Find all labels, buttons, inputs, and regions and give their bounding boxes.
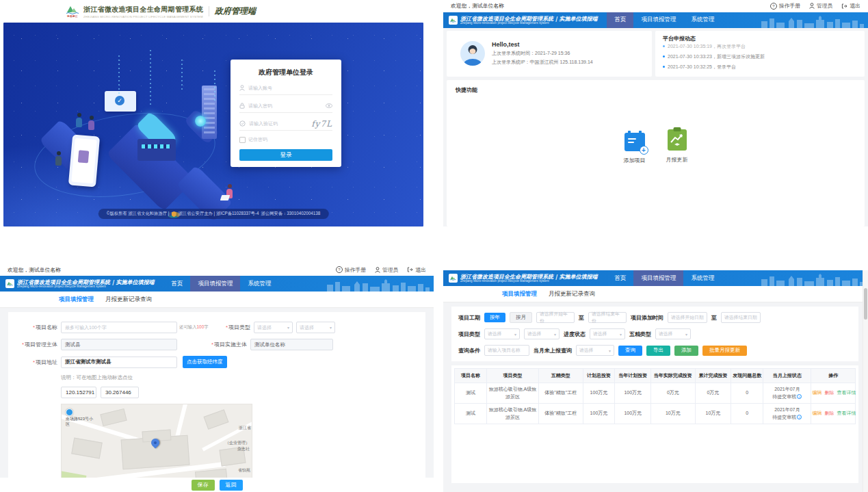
table-row: 测试 旅游核心吸引物,A级旅游景区 体验"精致"工程 100万元 100万元 1… xyxy=(455,404,856,424)
subtype-select[interactable]: 请选择 xyxy=(524,328,560,339)
logout-icon xyxy=(407,267,413,272)
help-circle-icon xyxy=(770,3,777,10)
user-card: Hello,test 上次登录系统时间：2021-7-29 15:36 上次登录… xyxy=(447,31,652,77)
batch-monthly-update-button[interactable]: 批量月报更新 xyxy=(702,346,747,356)
view-detail-link[interactable]: 查看详情 xyxy=(837,411,856,415)
project-table-card: 项目名称 项目类型 五精类型 计划总投资 当年计划投资 当年实际完成投资 累计完… xyxy=(451,365,858,483)
checkbox-icon[interactable] xyxy=(239,137,246,143)
captcha-placeholder: 请输入验证码 xyxy=(249,120,308,127)
vertical-scrollbar[interactable] xyxy=(863,270,868,492)
end-date-input[interactable]: 请选择结束日期 xyxy=(721,312,761,323)
five-type-label: 五精类型 xyxy=(629,331,651,338)
nav-tab-project-filing[interactable]: 项目填报管理 xyxy=(633,270,683,286)
project-name-query-input[interactable]: 请输入项目名称 xyxy=(484,345,529,356)
back-button[interactable]: 返回 xyxy=(220,480,243,491)
main-nav: 浙江省微改造项目全生命周期管理系统 | 实施单位填报端 Zhejiang Mic… xyxy=(443,270,868,286)
longitude-input[interactable]: 120.152791 xyxy=(61,387,96,398)
captcha-code-image[interactable]: fy7L xyxy=(311,119,332,129)
eye-icon[interactable] xyxy=(326,103,332,108)
nav-tab-home[interactable]: 首页 xyxy=(607,270,633,286)
export-button[interactable]: 导出 xyxy=(646,346,670,356)
login-button[interactable]: 登录 xyxy=(239,149,332,161)
help-circle-icon xyxy=(336,266,343,273)
type-select[interactable]: 请选择 xyxy=(484,328,520,339)
notice-item[interactable]: 2021-07-30 10:33:23，新增三项游乐设施更新 xyxy=(663,53,857,60)
manual-link[interactable]: 操作手册 xyxy=(770,2,800,10)
project-table: 项目名称 项目类型 五精类型 计划总投资 当年计划投资 当年实际完成投资 累计完… xyxy=(454,368,856,424)
subtab-project-filing[interactable]: 项目填报管理 xyxy=(502,290,537,298)
nav-tab-home[interactable]: 首页 xyxy=(163,276,190,292)
nav-tab-project-filing[interactable]: 项目填报管理 xyxy=(633,12,683,28)
cell-plan-total: 100万元 xyxy=(583,404,615,424)
bullet-dot-icon xyxy=(663,45,665,47)
project-name-input[interactable]: 最多可输入100个字 xyxy=(61,322,177,333)
delete-link[interactable]: 删除 xyxy=(824,390,834,395)
col-header: 当月上报状态 xyxy=(763,369,811,383)
welcome-bar: 欢迎您，测试单位名称 操作手册 管理员 退出 xyxy=(0,263,434,276)
admin-link[interactable]: 管理员 xyxy=(809,2,832,10)
notice-item[interactable]: 2021-07-30 10:32:25，登录平台 xyxy=(663,64,857,70)
password-input[interactable]: 请输入密码 xyxy=(239,99,332,113)
edit-link[interactable]: 编辑 xyxy=(812,411,821,415)
police-badge-icon xyxy=(171,211,176,217)
subtab-project-filing[interactable]: 项目填报管理 xyxy=(59,296,94,304)
subtab-monthly-records[interactable]: 月报更新记录查询 xyxy=(105,296,152,304)
view-detail-link[interactable]: 查看详情 xyxy=(837,390,856,395)
project-name-label: *项目名称 xyxy=(8,324,57,331)
nav-brand: 浙江省微改造项目全生命周期管理系统 | 实施单位填报端 Zhejiang Mic… xyxy=(443,12,597,28)
cell-five-type: 体验"精致"工程 xyxy=(539,404,583,424)
captcha-input[interactable]: 请输入验证码 fy7L xyxy=(239,117,332,131)
nav-tab-system[interactable]: 系统管理 xyxy=(683,12,722,28)
account-input[interactable]: 请输入账号 xyxy=(239,81,332,95)
progress-select[interactable]: 请选择 xyxy=(590,328,625,339)
start-date-input[interactable]: 请选择开始日期 xyxy=(668,312,707,323)
bullet-dot-icon xyxy=(663,55,665,57)
welcome-bar: 欢迎您，测试单位名称 操作手册 管理员 退出 xyxy=(443,0,868,12)
scrollbar-thumb[interactable] xyxy=(864,288,867,320)
header-divider xyxy=(209,6,209,16)
remember-password-checkbox[interactable]: 记住密码 xyxy=(239,136,332,143)
logout-link[interactable]: 退出 xyxy=(841,2,860,10)
nav-tab-system[interactable]: 系统管理 xyxy=(240,276,278,292)
nav-tab-home[interactable]: 首页 xyxy=(607,12,633,28)
col-header: 五精类型 xyxy=(539,369,583,383)
by-month-toggle[interactable]: 按月 xyxy=(510,312,532,323)
edit-link[interactable]: 编辑 xyxy=(812,390,821,395)
cell-issues: 0 xyxy=(731,404,763,424)
five-type-select[interactable]: 请选择 xyxy=(655,328,691,339)
manual-link[interactable]: 操作手册 xyxy=(336,266,366,274)
unreported-select[interactable]: 请选择 xyxy=(576,345,614,356)
notice-item[interactable]: 2021-07-30 10:35:19，再次登录平台 xyxy=(663,43,857,50)
monthly-update-shortcut[interactable]: 月报更新 xyxy=(666,129,688,164)
cell-project-name: 测试 xyxy=(455,383,487,404)
info-circle-icon[interactable] xyxy=(797,394,802,399)
zhejiang-mountain-logo-icon: 诗画浙江 xyxy=(65,5,80,18)
user-icon xyxy=(375,267,380,273)
query-button[interactable]: 查询 xyxy=(618,346,642,356)
latitude-input[interactable]: 30.267446 xyxy=(101,387,139,398)
user-icon xyxy=(809,3,815,9)
cell-actions: 编辑 删除 查看详情 xyxy=(811,404,856,424)
project-type-select[interactable]: 请选择 xyxy=(254,322,293,333)
project-subtype-select[interactable]: 请选择 xyxy=(296,322,335,333)
mgmt-entity-label: *项目管理主体 xyxy=(8,341,57,348)
by-year-toggle[interactable]: 按年 xyxy=(484,313,505,322)
info-circle-icon[interactable] xyxy=(797,415,802,419)
end-year-input[interactable]: 请选择结束年份 xyxy=(588,312,627,323)
logout-link[interactable]: 退出 xyxy=(407,266,426,274)
type-label: 项目类型 xyxy=(458,331,480,338)
security-glow-icon xyxy=(195,116,206,127)
location-map[interactable]: 南场路523号小区 浙江省 （企业管理）杂志社 省怡苑 xyxy=(61,404,252,489)
save-button[interactable]: 保存 xyxy=(192,480,215,491)
subtab-monthly-records[interactable]: 月报更新记录查询 xyxy=(549,290,595,298)
chevron-down-icon xyxy=(287,325,289,330)
project-address-input[interactable]: 浙江省测试市测试县 xyxy=(61,357,177,368)
nav-tab-system[interactable]: 系统管理 xyxy=(683,270,722,286)
get-coordinates-button[interactable]: 点击获取经纬度 xyxy=(183,356,227,368)
admin-link[interactable]: 管理员 xyxy=(375,266,398,274)
nav-tab-project-filing[interactable]: 项目填报管理 xyxy=(190,276,240,292)
delete-link[interactable]: 删除 xyxy=(824,411,834,415)
add-button[interactable]: 添加 xyxy=(674,346,698,356)
add-project-shortcut[interactable]: 添加项目 xyxy=(624,129,646,164)
start-year-input[interactable]: 请选择开始年份 xyxy=(536,312,575,323)
